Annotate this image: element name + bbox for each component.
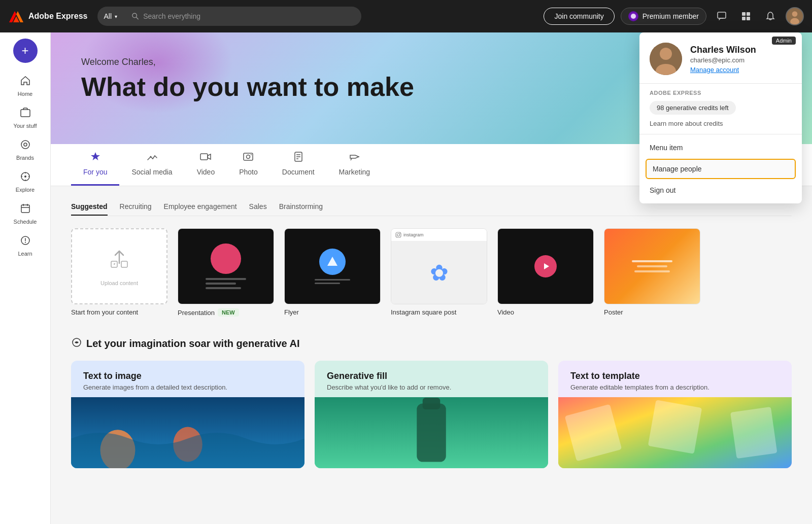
create-button[interactable]: + bbox=[13, 39, 38, 63]
home-icon bbox=[20, 75, 31, 89]
user-avatar-button[interactable] bbox=[786, 7, 804, 25]
ai-card-header-ttt: Text to template Generate editable templ… bbox=[558, 361, 792, 397]
document-icon bbox=[293, 151, 304, 165]
menu-item-generic[interactable]: Menu item bbox=[639, 138, 802, 157]
adobe-express-section-label: ADOBE EXPRESS bbox=[650, 90, 792, 96]
template-label-start: Start from your content bbox=[71, 308, 167, 316]
template-card-instagram[interactable]: instagram ✿ Instagram square post bbox=[391, 228, 487, 317]
ai-cards: Text to image Generate images from a det… bbox=[71, 361, 792, 468]
svg-rect-41 bbox=[121, 261, 127, 267]
ai-card-text-to-image[interactable]: Text to image Generate images from a det… bbox=[71, 361, 304, 468]
svg-point-14 bbox=[790, 18, 799, 25]
adobe-express-section: ADOBE EXPRESS 98 generative credits left… bbox=[639, 84, 802, 134]
ai-section-title: Let your imagination soar with generativ… bbox=[71, 337, 792, 351]
svg-rect-55 bbox=[648, 400, 702, 454]
apps-icon-button[interactable] bbox=[737, 7, 755, 25]
manage-people-item[interactable]: Manage people bbox=[646, 159, 796, 179]
search-icon bbox=[131, 12, 139, 20]
svg-rect-15 bbox=[21, 110, 30, 117]
template-card-start-from-content[interactable]: Upload content Start from your content bbox=[71, 228, 167, 317]
learn-icon bbox=[20, 235, 31, 249]
template-thumb-instagram: instagram ✿ bbox=[391, 228, 487, 304]
ai-icon bbox=[71, 337, 82, 351]
ai-card-header-gf: Generative fill Describe what you'd like… bbox=[315, 361, 548, 397]
sidebar-label-home: Home bbox=[18, 91, 32, 97]
insta-header-bar: instagram bbox=[391, 229, 487, 241]
sub-tab-brainstorming[interactable]: Brainstorming bbox=[279, 198, 323, 216]
search-type-dropdown[interactable]: All ▾ bbox=[97, 7, 123, 26]
pres-circle bbox=[211, 243, 241, 274]
logo-area: Adobe Express bbox=[8, 8, 87, 24]
sidebar-item-explore[interactable]: Explore bbox=[4, 167, 47, 197]
search-input-wrap bbox=[123, 7, 361, 26]
play-icon bbox=[534, 255, 557, 277]
sub-tab-sales[interactable]: Sales bbox=[249, 198, 267, 216]
manage-account-link[interactable]: Manage account bbox=[690, 66, 792, 74]
profile-email: charles@epic.com bbox=[690, 56, 792, 64]
svg-point-30 bbox=[150, 156, 151, 158]
ai-image-ocean bbox=[71, 397, 304, 468]
sub-tab-suggested[interactable]: Suggested bbox=[71, 198, 108, 216]
template-thumb-flyer bbox=[284, 228, 381, 304]
notifications-icon-button[interactable] bbox=[761, 7, 780, 25]
template-card-poster[interactable]: Poster bbox=[604, 228, 700, 317]
template-card-flyer[interactable]: Flyer bbox=[284, 228, 381, 317]
svg-marker-45 bbox=[544, 263, 549, 269]
brands-icon bbox=[20, 139, 31, 153]
tab-video[interactable]: Video bbox=[185, 143, 227, 186]
sidebar-item-schedule[interactable]: Schedule bbox=[4, 199, 47, 229]
tab-marketing[interactable]: Marketing bbox=[327, 143, 382, 186]
schedule-icon bbox=[20, 203, 31, 217]
svg-point-34 bbox=[251, 154, 252, 155]
photo-icon bbox=[243, 151, 254, 165]
sub-tab-employee-engagement[interactable]: Employee engagement bbox=[164, 198, 237, 216]
template-thumb-poster bbox=[604, 228, 700, 304]
upload-icon bbox=[107, 247, 131, 276]
svg-point-44 bbox=[399, 233, 400, 234]
profile-dropdown: Charles Wilson charles@epic.com Manage a… bbox=[639, 32, 802, 203]
template-label-video: Video bbox=[497, 308, 594, 316]
svg-rect-7 bbox=[718, 12, 726, 18]
svg-rect-31 bbox=[200, 154, 208, 160]
tab-photo[interactable]: Photo bbox=[227, 143, 270, 186]
pres-lines bbox=[206, 278, 246, 289]
ai-card-generative-fill[interactable]: Generative fill Describe what you'd like… bbox=[315, 361, 548, 468]
social-media-icon bbox=[147, 151, 158, 165]
join-community-button[interactable]: Join community bbox=[544, 8, 614, 25]
search-area: All ▾ bbox=[97, 7, 361, 26]
topnav: Adobe Express All ▾ Join community Premi… bbox=[0, 0, 812, 32]
premium-icon bbox=[628, 11, 638, 21]
sub-tab-recruiting[interactable]: Recruiting bbox=[120, 198, 152, 216]
nav-right: Join community Premium member bbox=[544, 7, 804, 25]
svg-rect-56 bbox=[730, 407, 777, 459]
insta-image: ✿ bbox=[391, 241, 487, 304]
sign-out-item[interactable]: Sign out bbox=[639, 181, 802, 199]
svg-rect-10 bbox=[742, 17, 746, 20]
template-label-presentation: Presentation NEW bbox=[178, 308, 274, 317]
app-title: Adobe Express bbox=[28, 12, 87, 21]
tab-for-you[interactable]: For you bbox=[71, 143, 119, 186]
sidebar-item-your-stuff[interactable]: Your stuff bbox=[4, 103, 47, 133]
sidebar-label-schedule: Schedule bbox=[14, 219, 37, 225]
template-card-presentation[interactable]: Presentation NEW bbox=[178, 228, 274, 317]
marketing-icon bbox=[349, 151, 360, 165]
tab-social-media[interactable]: Social media bbox=[119, 143, 184, 186]
template-card-video[interactable]: Video bbox=[497, 228, 594, 317]
svg-point-33 bbox=[247, 155, 250, 159]
search-input[interactable] bbox=[143, 12, 353, 20]
credits-badge: 98 generative credits left bbox=[650, 101, 736, 115]
video-icon bbox=[200, 151, 211, 165]
sidebar-item-learn[interactable]: Learn bbox=[4, 231, 47, 261]
ai-card-header-tti: Text to image Generate images from a det… bbox=[71, 361, 304, 397]
sidebar-item-home[interactable]: Home bbox=[4, 71, 47, 101]
sidebar-item-brands[interactable]: Brands bbox=[4, 135, 47, 165]
tab-document[interactable]: Document bbox=[270, 143, 327, 186]
template-thumb-presentation bbox=[178, 228, 274, 304]
credits-link[interactable]: Learn more about credits bbox=[650, 120, 723, 127]
premium-member-button[interactable]: Premium member bbox=[621, 8, 706, 25]
comment-icon-button[interactable] bbox=[713, 7, 731, 25]
template-thumb-start: Upload content bbox=[71, 228, 167, 304]
ai-card-text-to-template[interactable]: Text to template Generate editable templ… bbox=[558, 361, 792, 468]
svg-point-17 bbox=[24, 143, 27, 146]
svg-line-5 bbox=[137, 17, 139, 19]
